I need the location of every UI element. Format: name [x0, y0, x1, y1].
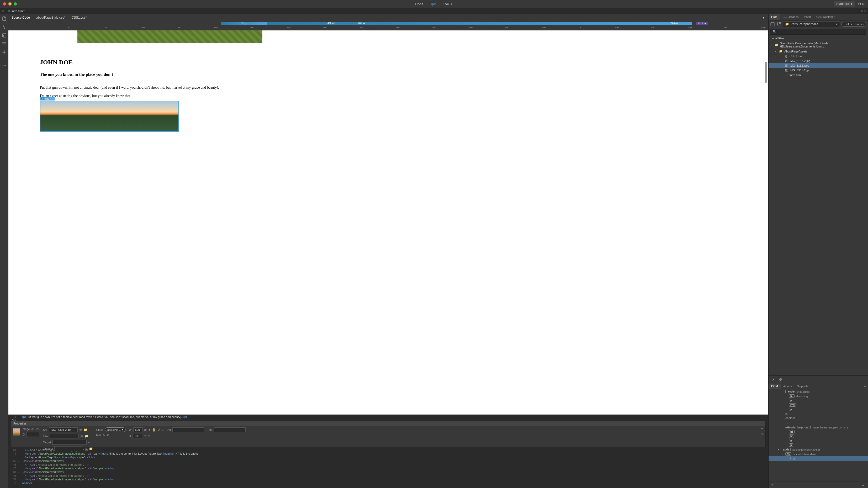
add-element-icon[interactable]: +	[51, 97, 54, 100]
target-input[interactable]	[53, 440, 87, 445]
edit-settings-icon[interactable]: ⚙	[107, 433, 110, 437]
settings-icon[interactable]	[2, 50, 6, 55]
dom-row[interactable]: img	[769, 403, 868, 407]
related-file-css1[interactable]: CSS1.css*	[72, 16, 87, 20]
dom-row[interactable]: jo	[769, 411, 868, 416]
original-input[interactable]	[54, 446, 83, 451]
tab-scroll-icon[interactable]: ≪	[0, 9, 5, 12]
view-mode-split[interactable]: Split	[430, 2, 436, 6]
close-tab-icon[interactable]: ✕	[8, 9, 10, 12]
view-mode-code[interactable]: Code	[415, 2, 424, 6]
refresh-icon[interactable]: ⟳	[771, 377, 775, 382]
filter-icon[interactable]: ▼	[762, 16, 768, 20]
sunset-image[interactable]	[40, 101, 179, 132]
dom-row[interactable]: ▾aside.socialNetworkNavBar	[769, 447, 868, 452]
file-search[interactable]: 🔍	[770, 29, 866, 35]
help-icon[interactable]: ?	[761, 427, 764, 431]
add-element-button[interactable]: ＋	[771, 483, 774, 487]
dom-row[interactable]: p	[769, 438, 868, 443]
id-input[interactable]	[26, 432, 39, 437]
view-mode-live[interactable]: Live ▾	[443, 2, 453, 6]
dom-row[interactable]: eHeader-help .me .I .have .been .trapped…	[769, 425, 868, 429]
dom-row[interactable]: img	[769, 456, 868, 461]
file-panel-icon[interactable]	[2, 16, 6, 21]
selected-image-wrapper[interactable]: ≡ img +	[40, 101, 742, 132]
lock-icon[interactable]: 🔒	[152, 428, 156, 432]
link-input[interactable]	[50, 434, 79, 438]
workspace-selector[interactable]: Standard ▾	[834, 1, 855, 6]
browse-folder-icon[interactable]: 📁	[85, 434, 88, 438]
chevron-down-icon[interactable]: ▾	[148, 434, 150, 438]
caret-down-icon[interactable]: ▾	[771, 44, 773, 46]
src-input[interactable]	[49, 427, 78, 432]
tree-row[interactable]: 🖼IMG_3301-2.jpg	[769, 68, 868, 73]
scrollbar[interactable]	[765, 62, 767, 83]
local-files-header[interactable]: Local Files ↑	[769, 36, 868, 41]
height-input[interactable]	[132, 434, 142, 438]
site-selector[interactable]: 📁 Paris Paraphernalia ▾	[783, 21, 840, 27]
dom-row[interactable]: ▾div.socialNetworkNav	[769, 452, 868, 456]
tree-row[interactable]: ▸📁AboutPageAssets	[769, 49, 868, 54]
close-properties-icon[interactable]: ✕	[11, 418, 13, 421]
code-editor[interactable]: 34 35 36 37 38 ▸39 ▸40 41 42 ▸43 44 45 ▾…	[8, 415, 768, 488]
more-icon[interactable]: •••	[2, 63, 6, 68]
tab-overflow-icon[interactable]: ≫ ≡	[861, 9, 868, 12]
file-tab-intro[interactable]: ✕ intro.html*	[5, 8, 28, 13]
dom-row[interactable]: h3	[769, 429, 868, 434]
list-icon[interactable]	[2, 41, 6, 46]
breakpoint-285[interactable]: 285 px	[221, 22, 267, 25]
properties-header[interactable]: Properties	[11, 421, 766, 426]
width-input[interactable]	[133, 427, 143, 432]
reset-size-icon[interactable]: ↺	[157, 428, 160, 432]
browse-folder-icon[interactable]: 📁	[84, 428, 87, 432]
drag-handle-icon[interactable]: ≡	[41, 97, 44, 100]
dom-row[interactable]: eholder	[769, 416, 868, 420]
tab-files[interactable]: Files	[769, 14, 780, 20]
live-preview[interactable]: JOHN DOE The one you know, in the place …	[8, 30, 768, 415]
tree-row[interactable]: 🖼IMG_3132.jpeg	[769, 63, 868, 68]
tab-assets[interactable]: Assets	[781, 384, 795, 389]
sync-settings-icon[interactable]: ⚙⚙	[858, 2, 865, 6]
point-to-file-icon[interactable]: ⊕	[79, 428, 82, 432]
alt-input[interactable]	[173, 427, 204, 432]
related-file-aboutpagestyle[interactable]: aboutPageStyle.css*	[36, 16, 65, 20]
link-icon[interactable]: 🔗	[778, 377, 783, 382]
breakpoint-1025[interactable]: 1025 px	[696, 22, 708, 25]
tree-row[interactable]: {}CSS1.css	[769, 54, 868, 59]
tab-insert[interactable]: Insert	[801, 14, 814, 20]
manage-sites-icon[interactable]	[2, 25, 6, 29]
browse-folder-icon[interactable]: 📁	[89, 447, 93, 451]
define-servers-button[interactable]: Define Servers	[841, 22, 866, 27]
maximize-window-button[interactable]	[13, 2, 17, 5]
class-selector[interactable]: socialNe... ▾	[105, 427, 126, 432]
title-input[interactable]	[214, 427, 246, 432]
scroll-up-icon[interactable]: ▴	[862, 483, 866, 487]
related-file-source[interactable]: Source Code	[11, 16, 30, 20]
git-icon[interactable]	[776, 22, 781, 27]
chevron-down-icon[interactable]: ▾	[149, 428, 150, 432]
minimize-window-button[interactable]	[8, 2, 11, 5]
point-to-file-icon[interactable]: ⊕	[80, 434, 83, 438]
dom-row[interactable]: p	[769, 443, 868, 447]
chevron-down-icon[interactable]: ▾	[88, 440, 90, 444]
dom-row[interactable]: header#Heading	[769, 389, 868, 394]
quick-edit-icon[interactable]: ✎	[761, 433, 764, 436]
breakpoint-bar[interactable]: 285 px 480 px 481 px 1024 px 1025 px	[8, 21, 768, 26]
tab-css-designer[interactable]: CSS Designer	[814, 14, 837, 20]
dom-row[interactable]: p	[769, 407, 868, 411]
dom-row[interactable]: zto	[769, 421, 868, 425]
dom-row[interactable]: hr	[769, 434, 868, 438]
close-window-button[interactable]	[3, 2, 6, 5]
tab-dom[interactable]: DOM	[769, 384, 781, 389]
tab-snippets[interactable]: Snippets	[795, 384, 811, 389]
panel-menu-icon[interactable]: ≡	[862, 384, 868, 389]
element-tag-label[interactable]: ≡ img +	[40, 97, 55, 100]
ftp-log-icon[interactable]	[770, 22, 775, 27]
tree-row[interactable]: intro.html	[769, 73, 868, 78]
tab-cc-libraries[interactable]: CC Libraries	[780, 14, 801, 20]
commit-size-icon[interactable]: ✓	[162, 428, 164, 432]
point-to-file-icon[interactable]: ⊕	[85, 447, 87, 451]
dom-row[interactable]: h2#Heading	[769, 394, 868, 398]
extract-icon[interactable]	[2, 33, 6, 38]
dom-row[interactable]: p	[769, 398, 868, 403]
